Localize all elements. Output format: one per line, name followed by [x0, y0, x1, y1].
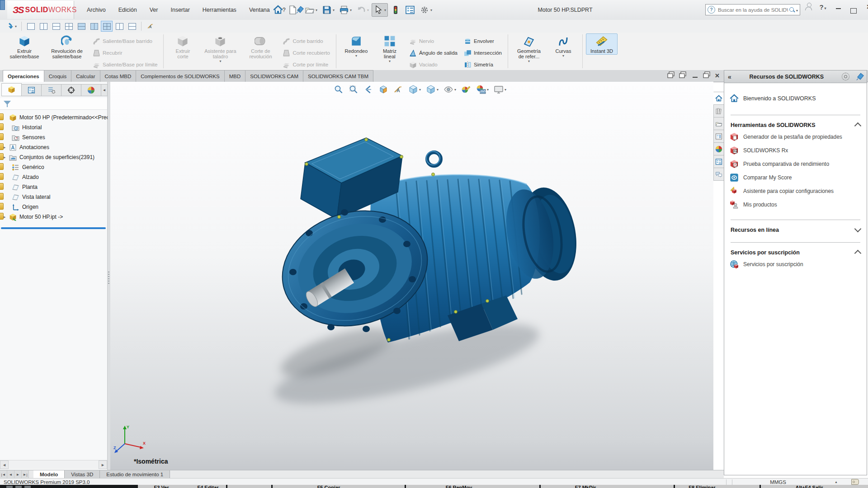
magnifier-icon[interactable] — [789, 7, 795, 13]
extruded-cut-button[interactable]: Extruir corte — [167, 33, 198, 60]
swept-cut-button[interactable]: Corte barrido — [279, 35, 333, 47]
expand-arrow-icon[interactable]: ▸ — [4, 155, 9, 160]
viewport-grid-button[interactable] — [126, 21, 138, 32]
revolved-cut-button[interactable]: Corte de revolución — [242, 33, 279, 60]
tree-item-origen[interactable]: Origen — [0, 202, 107, 212]
linear-pattern-caret[interactable]: ▾ — [389, 60, 391, 63]
item-compare-my-score[interactable]: Comparar My Score — [724, 171, 867, 184]
rebuild-button[interactable] — [389, 3, 402, 17]
doc-close-icon[interactable]: ✕ — [715, 72, 720, 79]
tab-cotas-mbd[interactable]: Cotas MBD — [100, 70, 137, 82]
tree-item-planta[interactable]: Planta — [0, 182, 107, 192]
annotation-visibility-icon[interactable] — [392, 84, 404, 95]
revolve-boss-button[interactable]: Revolución de saliente/base — [45, 33, 89, 60]
item-property-tab-builder[interactable]: Generador de la pestaña de propiedades — [724, 130, 867, 144]
rib-button[interactable]: Nervio — [406, 35, 461, 47]
units-selector[interactable]: MMGS — [735, 479, 821, 485]
hole-wizard-button[interactable]: Asistente para taladro ▾ — [199, 33, 241, 64]
tab-view-palette[interactable] — [713, 130, 724, 143]
section-view-icon[interactable] — [377, 84, 389, 95]
wrap-button[interactable]: Envolver — [461, 35, 505, 47]
reference-geometry-caret[interactable]: ▾ — [528, 60, 530, 63]
collapse-pane-icon[interactable]: « — [728, 73, 731, 80]
pane-options-gear-icon[interactable] — [842, 73, 849, 80]
item-my-products[interactable]: Mis productos — [724, 198, 867, 211]
display-style-icon[interactable] — [425, 84, 439, 95]
viewport-split-button[interactable] — [113, 21, 125, 32]
tab-complementos[interactable]: Complementos de SOLIDWORKS — [136, 70, 224, 82]
menu-edicion[interactable]: Edición — [113, 5, 142, 15]
tab-vistas-3d[interactable]: Vistas 3D — [65, 470, 100, 479]
viewport-wide-button[interactable] — [75, 21, 87, 32]
linear-pattern-button[interactable]: Matriz lineal ▾ — [374, 33, 406, 64]
close-icon[interactable]: ✕ — [863, 3, 868, 10]
search-input[interactable] — [717, 7, 789, 13]
swept-boss-button[interactable]: Saliente/Base barrido — [90, 35, 160, 47]
fillet-caret[interactable]: ▾ — [355, 54, 357, 58]
instant-3d-button[interactable]: Instant 3D — [586, 33, 618, 55]
tab-calcular[interactable]: Calcular — [71, 70, 100, 82]
tab-mbd[interactable]: MBD — [224, 70, 246, 82]
prev-tab-icon[interactable]: ◄ — [7, 470, 14, 479]
mirror-button[interactable]: Simetría — [461, 59, 505, 70]
minimize-icon[interactable] — [833, 3, 844, 11]
rollback-bar[interactable] — [1, 227, 106, 229]
pane-pin-icon[interactable] — [856, 73, 863, 80]
tree-item-generico[interactable]: Genérico — [0, 162, 107, 172]
tab-file-explorer[interactable] — [713, 117, 724, 130]
viewport-four-button[interactable] — [63, 21, 75, 32]
welcome-link[interactable]: Bienvenido a SOLIDWORKS — [724, 83, 867, 111]
tab-appearances[interactable] — [713, 142, 724, 155]
tree-item-alzado[interactable]: Alzado — [0, 172, 107, 182]
select-cursor-button[interactable] — [372, 3, 388, 17]
tab-property-manager[interactable] — [21, 84, 42, 96]
tree-item-conjuntos[interactable]: ▸ Conjuntos de superficies(2391) — [0, 152, 107, 162]
scroll-left-icon[interactable]: ◄ — [0, 460, 9, 469]
tab-feature-tree[interactable] — [1, 83, 22, 96]
viewport-tall-button[interactable] — [88, 21, 100, 32]
search-scope-caret[interactable] — [795, 7, 798, 13]
doc-restore-icon[interactable] — [703, 71, 711, 80]
undo-button[interactable] — [354, 3, 371, 17]
tab-home[interactable] — [713, 92, 724, 105]
draft-button[interactable]: Ángulo de salida — [406, 47, 461, 59]
view-orientation-icon[interactable] — [407, 84, 422, 95]
tree-item-derived-part[interactable]: ▸ Motor 50 HP.ipt -> — [0, 212, 107, 222]
next-tab-icon[interactable]: ► — [14, 470, 22, 479]
tab-dimxpert-manager[interactable] — [61, 84, 81, 96]
viewport-single-button[interactable] — [25, 21, 37, 32]
motor-3d-model[interactable] — [253, 136, 597, 416]
hole-wizard-caret[interactable]: ▾ — [219, 60, 221, 63]
boundary-cut-button[interactable]: Corte por límite — [279, 59, 333, 70]
item-copy-settings-wizard[interactable]: Asistente para copiar configuraciones — [724, 184, 867, 198]
expand-section-icon[interactable] — [854, 225, 862, 233]
collapse-section-icon[interactable] — [854, 122, 862, 130]
edit-appearance-icon[interactable] — [460, 84, 472, 95]
tab-display-manager[interactable] — [81, 84, 101, 96]
collapse-section-icon[interactable] — [854, 250, 862, 257]
reference-geometry-button[interactable]: Geometría de refer... ▾ — [511, 33, 547, 64]
tab-design-library[interactable] — [713, 104, 724, 117]
window-split-icon[interactable] — [667, 71, 675, 80]
tab-solidworks-forum[interactable] — [713, 168, 724, 181]
menu-herramientas[interactable]: Herramientas — [197, 5, 242, 15]
apply-scene-icon[interactable] — [475, 84, 490, 95]
tab-custom-properties[interactable] — [713, 155, 724, 168]
shell-button[interactable]: Vaciado — [406, 59, 461, 70]
tab-solidworks-cam[interactable]: SOLIDWORKS CAM — [245, 70, 303, 82]
item-subscription-services[interactable]: Servicios por suscripción — [724, 258, 867, 271]
curves-caret[interactable]: ▾ — [562, 54, 564, 58]
tab-operaciones[interactable]: Operaciones — [3, 70, 44, 82]
print-button[interactable] — [337, 3, 354, 17]
lofted-boss-button[interactable]: Recubrir — [90, 47, 160, 59]
view-settings-icon[interactable] — [493, 84, 507, 95]
menu-insertar[interactable]: Insertar — [165, 5, 195, 15]
options-gear-button[interactable] — [418, 3, 434, 17]
tree-root-item[interactable]: Motor 50 HP (Predeterminado<<Prec — [0, 113, 107, 122]
tree-item-historial[interactable]: Historial — [0, 122, 107, 132]
tree-item-sensores[interactable]: Sensores — [0, 132, 107, 142]
section-servicios-suscripcion[interactable]: Servicios por suscripción — [724, 246, 867, 258]
hide-show-items-icon[interactable] — [443, 84, 457, 95]
tabs-scroll-left-icon[interactable]: ◄ — [101, 84, 108, 96]
open-document-button[interactable] — [303, 3, 319, 17]
